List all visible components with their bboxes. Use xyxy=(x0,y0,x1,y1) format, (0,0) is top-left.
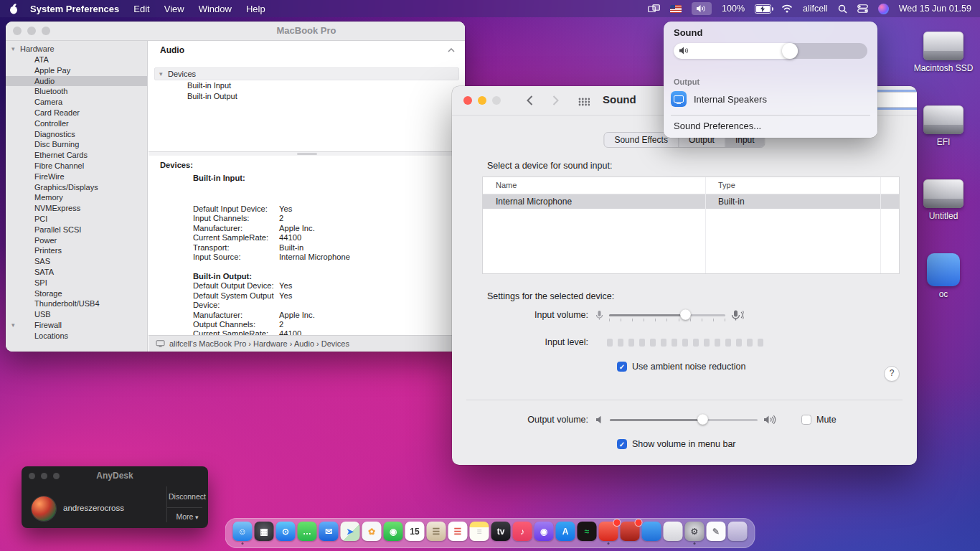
fast-user-switch-label[interactable]: alifcell xyxy=(803,4,828,14)
menu-item[interactable]: Help xyxy=(246,4,265,14)
sidebar-item[interactable]: Card Reader xyxy=(6,108,147,118)
dock-spotify[interactable]: ≈ xyxy=(578,522,597,543)
desktop-icon-macintosh-ssd[interactable]: Macintosh SSD xyxy=(914,32,974,73)
wifi-icon[interactable] xyxy=(781,4,793,13)
dock-system-preferences[interactable]: ⚙ xyxy=(685,522,705,543)
close-button[interactable] xyxy=(463,96,472,105)
show-volume-checkbox[interactable] xyxy=(617,439,627,449)
sidebar-item[interactable]: FireWire xyxy=(6,171,147,182)
zoom-button[interactable] xyxy=(492,96,501,105)
sidebar-item[interactable]: Disc Burning xyxy=(6,139,147,150)
zoom-button[interactable] xyxy=(42,27,50,35)
sidebar-item[interactable]: Locations xyxy=(6,331,147,342)
slider-thumb[interactable] xyxy=(782,43,798,59)
dock-notes[interactable]: ≡ xyxy=(470,522,489,543)
device-row[interactable]: Built-in Input xyxy=(149,80,465,91)
spotlight-search-icon[interactable] xyxy=(838,4,847,14)
dock-contacts[interactable]: ☰ xyxy=(427,522,446,543)
dock-unknown-light-app[interactable] xyxy=(664,522,683,543)
battery-icon[interactable] xyxy=(755,4,771,14)
sidebar-item[interactable]: Controller xyxy=(6,118,147,129)
dock-anydesk[interactable] xyxy=(599,522,618,543)
sound-preferences-menu-item[interactable]: Sound Preferences... xyxy=(674,121,761,131)
siri-icon[interactable] xyxy=(878,4,889,14)
sidebar-item[interactable]: SPI xyxy=(6,278,147,288)
sidebar-item[interactable]: Parallel SCSI xyxy=(6,225,147,235)
menu-bar-clock[interactable]: Wed 15 Jun 01.59 xyxy=(899,4,971,14)
slider-thumb[interactable] xyxy=(697,414,708,425)
volume-icon[interactable] xyxy=(692,2,712,15)
menu-item[interactable]: Window xyxy=(199,4,232,14)
sidebar-item[interactable]: Fibre Channel xyxy=(6,161,147,171)
sidebar-item[interactable]: Bluetooth xyxy=(6,86,147,97)
dock-mail[interactable]: ✉ xyxy=(319,522,339,543)
dock-maps[interactable]: ➤ xyxy=(341,522,360,543)
screen-mirroring-icon[interactable] xyxy=(648,4,660,13)
sidebar-item[interactable]: Apple Pay xyxy=(6,65,147,76)
desktop-icon-untitled[interactable]: Untitled xyxy=(923,179,963,221)
menu-item[interactable]: Edit xyxy=(133,4,149,14)
dock-photos[interactable]: ✿ xyxy=(362,522,382,543)
sidebar-item[interactable]: ATA xyxy=(6,55,147,65)
sidebar-item[interactable]: Thunderbolt/USB4 xyxy=(6,298,147,309)
sidebar-item[interactable]: SATA xyxy=(6,267,147,278)
input-volume-slider[interactable] xyxy=(609,309,725,321)
show-all-grid-icon[interactable] xyxy=(578,96,590,109)
sidebar-item[interactable]: SAS xyxy=(6,256,147,267)
slider-thumb[interactable] xyxy=(680,309,691,320)
ambient-noise-checkbox[interactable] xyxy=(617,362,627,372)
sidebar-item[interactable]: NVMExpress xyxy=(6,203,147,214)
sidebar-item[interactable]: Storage xyxy=(6,288,147,299)
app-menu-title[interactable]: System Preferences xyxy=(30,4,119,14)
sidebar-item[interactable]: Memory xyxy=(6,192,147,203)
dock-reminders[interactable]: ☰ xyxy=(448,522,468,543)
apple-menu[interactable] xyxy=(9,3,19,14)
collapse-chevron-icon[interactable] xyxy=(448,48,455,52)
input-source-flag-icon[interactable] xyxy=(670,5,682,13)
dock-tv[interactable]: tv xyxy=(491,522,511,543)
minimize-button[interactable] xyxy=(27,27,36,35)
dock-launchpad[interactable]: ▦ xyxy=(255,522,274,543)
dock-facetime[interactable]: ◉ xyxy=(384,522,403,543)
dock-safari[interactable]: ⊙ xyxy=(276,522,296,543)
dock-music[interactable]: ♪ xyxy=(513,522,532,543)
dock-app-store[interactable]: A xyxy=(556,522,575,543)
output-device-item[interactable]: Internal Speakers xyxy=(671,89,870,109)
minimize-button[interactable] xyxy=(478,96,486,105)
more-button[interactable]: More xyxy=(166,512,208,521)
dock-textedit[interactable]: ✎ xyxy=(707,522,726,543)
output-volume-slider[interactable] xyxy=(610,414,758,425)
dock-podcasts[interactable]: ◉ xyxy=(534,522,554,543)
sidebar-item[interactable]: Graphics/Displays xyxy=(6,182,147,193)
dock-trash[interactable] xyxy=(728,522,748,543)
desktop-icon-efi[interactable]: EFI xyxy=(923,105,963,147)
devices-group-row[interactable]: Devices xyxy=(154,67,459,80)
sidebar-section-hardware[interactable]: Hardware xyxy=(6,44,147,55)
control-center-icon[interactable] xyxy=(857,4,868,13)
mute-checkbox[interactable] xyxy=(801,415,811,425)
menu-volume-slider[interactable] xyxy=(674,43,867,59)
close-button[interactable] xyxy=(13,27,22,35)
disconnect-button[interactable]: Disconnect xyxy=(166,492,208,501)
help-button[interactable]: ? xyxy=(884,366,900,382)
dock-finder[interactable]: ☺ xyxy=(233,522,253,543)
desktop-icon-document[interactable]: oc xyxy=(927,253,960,299)
sidebar-item[interactable]: Camera xyxy=(6,97,147,108)
breadcrumb[interactable]: alifcell's MacBook Pro › Hardware › Audi… xyxy=(169,339,349,348)
sidebar-item[interactable]: Firewall xyxy=(6,320,147,331)
sidebar-item[interactable]: Printers xyxy=(6,245,147,256)
dock-unknown-red-app[interactable] xyxy=(621,522,640,543)
sidebar-item[interactable]: USB xyxy=(6,309,147,320)
sidebar-item[interactable]: Ethernet Cards xyxy=(6,150,147,161)
device-row-internal-microphone[interactable]: Internal Microphone Built-in xyxy=(483,194,899,209)
dock-messages[interactable]: … xyxy=(298,522,317,543)
back-button[interactable] xyxy=(522,94,537,107)
dock-keynote[interactable] xyxy=(642,522,661,543)
menu-item[interactable]: View xyxy=(164,4,184,14)
sidebar-item[interactable]: Power xyxy=(6,235,147,246)
device-row[interactable]: Built-in Output xyxy=(149,91,465,102)
forward-button[interactable] xyxy=(548,94,562,107)
sidebar-item[interactable]: PCI xyxy=(6,214,147,225)
sidebar-item[interactable]: Diagnostics xyxy=(6,129,147,140)
dock-calendar[interactable]: 15 xyxy=(405,522,425,543)
